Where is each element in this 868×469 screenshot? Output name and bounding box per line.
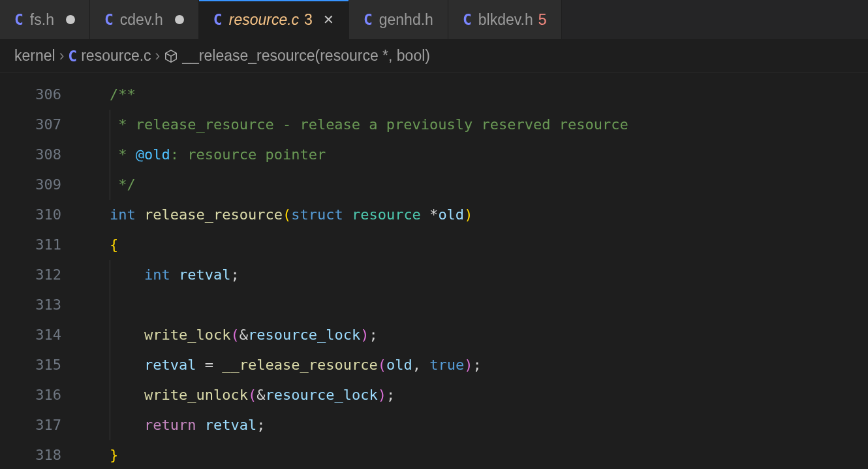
variable-token: resource_lock [265,387,377,403]
modified-dot-icon [66,15,75,24]
line-number: 312 [0,260,61,290]
tab-label: cdev.h [120,11,163,29]
code-line[interactable] [78,290,868,320]
brace-token: { [110,236,118,253]
punct-token: ; [230,267,239,283]
line-number: 309 [0,170,61,200]
line-number: 307 [0,110,61,140]
variable-token: resource_lock [248,327,360,343]
code-editor[interactable]: 306 307 308 309 310 311 312 313 314 315 … [0,73,868,469]
tab-label: blkdev.h [478,11,533,29]
line-number: 316 [0,380,61,410]
breadcrumb-symbol[interactable]: __release_resource(resource *, bool) [182,47,430,65]
comment-token: /** [110,86,136,103]
line-number-gutter: 306 307 308 309 310 311 312 313 314 315 … [0,80,78,469]
code-line[interactable]: */ [78,170,868,200]
variable-token: old [438,206,464,223]
operator-token: & [256,387,265,403]
line-number: 314 [0,320,61,350]
operator-token: & [240,327,248,343]
comment-token: * release_resource - release a previousl… [110,116,628,133]
modified-dot-icon [175,15,184,24]
c-file-icon: C [213,11,223,28]
tab-blkdev-h[interactable]: C blkdev.h 5 [448,0,562,39]
c-file-icon: C [104,11,114,28]
breadcrumb-folder[interactable]: kernel [14,47,55,65]
keyword-token: int [144,267,170,283]
symbol-method-icon [164,49,178,63]
c-file-icon: C [68,48,77,65]
code-line[interactable]: int release_resource(struct resource *ol… [78,200,868,230]
problems-badge: 5 [538,11,547,29]
line-number: 308 [0,140,61,170]
keyword-token: int [110,206,136,223]
code-content[interactable]: /** * release_resource - release a previ… [78,80,868,469]
keyword-token: struct [291,206,343,223]
code-line[interactable]: int retval; [78,260,868,290]
code-line[interactable]: { [78,230,868,260]
comment-token: */ [110,176,136,193]
punct-token: , [412,357,430,373]
constant-token: true [429,357,464,373]
function-token: __release_resource [222,357,377,373]
variable-token: retval [144,357,196,373]
tab-resource-c[interactable]: C resource.c 3 ✕ [199,0,349,39]
line-number: 317 [0,410,61,440]
variable-token: old [386,357,412,373]
problems-badge: 3 [304,11,313,29]
code-line[interactable]: * release_resource - release a previousl… [78,110,868,140]
breadcrumb: kernel › C resource.c › __release_resour… [0,39,868,73]
line-number: 313 [0,290,61,320]
line-number: 318 [0,440,61,469]
tab-label: genhd.h [379,11,433,29]
function-token: write_lock [144,327,230,343]
line-number: 306 [0,80,61,110]
code-line[interactable]: } [78,440,868,469]
code-line[interactable]: * @old: resource pointer [78,140,868,170]
tab-bar: C fs.h C cdev.h C resource.c 3 ✕ C genhd… [0,0,868,39]
c-file-icon: C [463,11,472,28]
c-file-icon: C [364,11,373,28]
tab-genhd-h[interactable]: C genhd.h [349,0,448,39]
comment-token: : resource pointer [170,146,326,163]
close-icon[interactable]: ✕ [323,12,334,27]
tab-label: fs.h [30,11,54,29]
type-token: resource [352,206,421,223]
doc-param-token: @old [136,146,170,163]
tab-label: resource.c [229,11,299,29]
code-line[interactable]: write_lock(&resource_lock); [78,320,868,350]
comment-token: * [110,146,136,163]
function-token: release_resource [144,206,283,223]
tab-cdev-h[interactable]: C cdev.h [90,0,199,39]
code-line[interactable]: return retval; [78,410,868,440]
line-number: 311 [0,230,61,260]
variable-token: retval [179,267,230,283]
code-line[interactable]: retval = __release_resource(old, true); [78,350,868,380]
brace-token: } [110,447,118,463]
chevron-right-icon: › [155,47,161,65]
variable-token: retval [205,417,256,433]
c-file-icon: C [14,11,23,28]
code-line[interactable]: /** [78,80,868,110]
keyword-token: return [144,417,196,433]
line-number: 310 [0,200,61,230]
function-token: write_unlock [144,387,248,403]
operator-token: = [196,357,222,373]
tab-fs-h[interactable]: C fs.h [0,0,90,39]
line-number: 315 [0,350,61,380]
code-line[interactable]: write_unlock(&resource_lock); [78,380,868,410]
chevron-right-icon: › [59,47,65,65]
breadcrumb-file[interactable]: resource.c [81,47,151,65]
